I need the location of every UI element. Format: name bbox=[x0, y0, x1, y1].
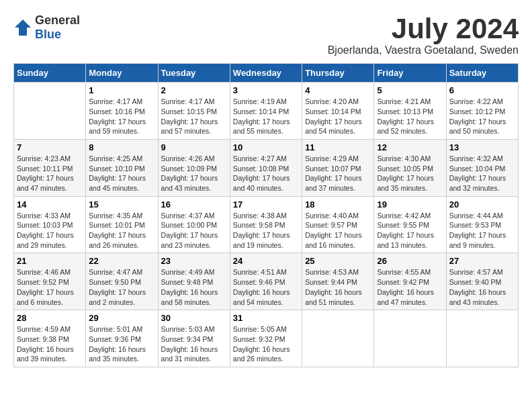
logo-blue: Blue bbox=[35, 28, 61, 41]
day-info: Sunrise: 4:42 AMSunset: 9:55 PMDaylight:… bbox=[377, 211, 443, 250]
day-info: Sunrise: 4:20 AMSunset: 10:14 PMDaylight… bbox=[305, 97, 371, 136]
day-info: Sunrise: 4:29 AMSunset: 10:07 PMDaylight… bbox=[305, 154, 371, 193]
day-number: 3 bbox=[233, 85, 299, 95]
day-info: Sunrise: 4:23 AMSunset: 10:11 PMDaylight… bbox=[17, 154, 83, 193]
day-number: 16 bbox=[161, 199, 227, 210]
calendar-cell: 27Sunrise: 4:57 AMSunset: 9:40 PMDayligh… bbox=[446, 253, 518, 310]
day-info: Sunrise: 4:38 AMSunset: 9:58 PMDaylight:… bbox=[233, 211, 299, 250]
day-info: Sunrise: 4:46 AMSunset: 9:52 PMDaylight:… bbox=[17, 267, 83, 307]
calendar-cell: 10Sunrise: 4:27 AMSunset: 10:08 PMDaylig… bbox=[230, 139, 302, 196]
day-info: Sunrise: 4:49 AMSunset: 9:48 PMDaylight:… bbox=[161, 267, 227, 307]
calendar-cell: 14Sunrise: 4:33 AMSunset: 10:03 PMDaylig… bbox=[14, 196, 86, 253]
calendar-cell: 17Sunrise: 4:38 AMSunset: 9:58 PMDayligh… bbox=[230, 196, 302, 253]
day-info: Sunrise: 4:19 AMSunset: 10:14 PMDaylight… bbox=[233, 97, 299, 136]
week-row-4: 21Sunrise: 4:46 AMSunset: 9:52 PMDayligh… bbox=[14, 253, 519, 310]
day-info: Sunrise: 4:32 AMSunset: 10:04 PMDaylight… bbox=[449, 154, 515, 193]
day-info: Sunrise: 4:35 AMSunset: 10:01 PMDaylight… bbox=[89, 211, 154, 250]
calendar-cell bbox=[374, 310, 446, 367]
calendar-cell: 18Sunrise: 4:40 AMSunset: 9:57 PMDayligh… bbox=[302, 196, 374, 253]
calendar-cell: 5Sunrise: 4:21 AMSunset: 10:13 PMDayligh… bbox=[374, 83, 446, 140]
day-number: 9 bbox=[161, 142, 227, 152]
day-number: 2 bbox=[161, 85, 227, 95]
title-block: July 2024 Bjoerlanda, Vaestra Goetaland,… bbox=[328, 13, 519, 56]
calendar-cell: 26Sunrise: 4:55 AMSunset: 9:42 PMDayligh… bbox=[374, 253, 446, 310]
calendar-cell: 11Sunrise: 4:29 AMSunset: 10:07 PMDaylig… bbox=[302, 139, 374, 196]
calendar-cell: 4Sunrise: 4:20 AMSunset: 10:14 PMDayligh… bbox=[302, 83, 374, 140]
day-number: 6 bbox=[449, 85, 515, 95]
calendar-cell: 3Sunrise: 4:19 AMSunset: 10:14 PMDayligh… bbox=[230, 83, 302, 140]
day-number: 22 bbox=[89, 256, 154, 266]
calendar-cell bbox=[446, 310, 518, 367]
calendar-cell: 1Sunrise: 4:17 AMSunset: 10:16 PMDayligh… bbox=[86, 83, 158, 140]
calendar-cell: 13Sunrise: 4:32 AMSunset: 10:04 PMDaylig… bbox=[446, 139, 518, 196]
calendar-cell: 19Sunrise: 4:42 AMSunset: 9:55 PMDayligh… bbox=[374, 196, 446, 253]
day-number: 24 bbox=[233, 256, 299, 266]
day-number: 18 bbox=[305, 199, 371, 210]
day-info: Sunrise: 4:37 AMSunset: 10:00 PMDaylight… bbox=[161, 211, 227, 250]
day-number: 15 bbox=[89, 199, 154, 210]
day-info: Sunrise: 5:05 AMSunset: 9:32 PMDaylight:… bbox=[233, 324, 299, 364]
header-day-saturday: Saturday bbox=[446, 64, 518, 83]
day-number: 26 bbox=[377, 256, 443, 266]
calendar-cell: 8Sunrise: 4:25 AMSunset: 10:10 PMDayligh… bbox=[86, 139, 158, 196]
calendar-cell: 2Sunrise: 4:17 AMSunset: 10:15 PMDayligh… bbox=[158, 83, 230, 140]
calendar-cell: 21Sunrise: 4:46 AMSunset: 9:52 PMDayligh… bbox=[14, 253, 86, 310]
day-number: 23 bbox=[161, 256, 227, 266]
day-number: 28 bbox=[17, 313, 83, 323]
day-info: Sunrise: 5:01 AMSunset: 9:36 PMDaylight:… bbox=[89, 324, 154, 364]
header-day-friday: Friday bbox=[374, 64, 446, 83]
logo: General Blue bbox=[13, 13, 80, 42]
day-info: Sunrise: 4:30 AMSunset: 10:05 PMDaylight… bbox=[377, 154, 443, 193]
calendar-cell: 12Sunrise: 4:30 AMSunset: 10:05 PMDaylig… bbox=[374, 139, 446, 196]
day-info: Sunrise: 4:53 AMSunset: 9:44 PMDaylight:… bbox=[305, 267, 371, 307]
day-info: Sunrise: 4:17 AMSunset: 10:16 PMDaylight… bbox=[89, 97, 154, 136]
day-info: Sunrise: 4:55 AMSunset: 9:42 PMDaylight:… bbox=[377, 267, 443, 307]
calendar-cell: 7Sunrise: 4:23 AMSunset: 10:11 PMDayligh… bbox=[14, 139, 86, 196]
calendar-cell: 15Sunrise: 4:35 AMSunset: 10:01 PMDaylig… bbox=[86, 196, 158, 253]
day-number: 13 bbox=[449, 142, 515, 152]
day-number: 20 bbox=[449, 199, 515, 210]
calendar-cell: 16Sunrise: 4:37 AMSunset: 10:00 PMDaylig… bbox=[158, 196, 230, 253]
day-info: Sunrise: 4:47 AMSunset: 9:50 PMDaylight:… bbox=[89, 267, 154, 307]
day-info: Sunrise: 4:59 AMSunset: 9:38 PMDaylight:… bbox=[17, 324, 83, 364]
week-row-2: 7Sunrise: 4:23 AMSunset: 10:11 PMDayligh… bbox=[14, 139, 519, 196]
header-day-wednesday: Wednesday bbox=[230, 64, 302, 83]
svg-marker-0 bbox=[15, 19, 31, 36]
logo-general: General bbox=[35, 13, 80, 27]
day-number: 11 bbox=[305, 142, 371, 152]
calendar-cell: 22Sunrise: 4:47 AMSunset: 9:50 PMDayligh… bbox=[86, 253, 158, 310]
day-number: 4 bbox=[305, 85, 371, 95]
day-number: 17 bbox=[233, 199, 299, 210]
day-info: Sunrise: 4:21 AMSunset: 10:13 PMDaylight… bbox=[377, 97, 443, 136]
day-info: Sunrise: 5:03 AMSunset: 9:34 PMDaylight:… bbox=[161, 324, 227, 364]
day-number: 25 bbox=[305, 256, 371, 266]
calendar-table: SundayMondayTuesdayWednesdayThursdayFrid… bbox=[13, 63, 519, 367]
day-number: 5 bbox=[377, 85, 443, 95]
calendar-cell: 28Sunrise: 4:59 AMSunset: 9:38 PMDayligh… bbox=[14, 310, 86, 367]
calendar-cell: 30Sunrise: 5:03 AMSunset: 9:34 PMDayligh… bbox=[158, 310, 230, 367]
calendar-cell: 25Sunrise: 4:53 AMSunset: 9:44 PMDayligh… bbox=[302, 253, 374, 310]
day-number: 14 bbox=[17, 199, 83, 210]
calendar-cell: 29Sunrise: 5:01 AMSunset: 9:36 PMDayligh… bbox=[86, 310, 158, 367]
day-number: 21 bbox=[17, 256, 83, 266]
calendar-cell: 20Sunrise: 4:44 AMSunset: 9:53 PMDayligh… bbox=[446, 196, 518, 253]
location-title: Bjoerlanda, Vaestra Goetaland, Sweden bbox=[328, 44, 519, 56]
week-row-3: 14Sunrise: 4:33 AMSunset: 10:03 PMDaylig… bbox=[14, 196, 519, 253]
day-info: Sunrise: 4:26 AMSunset: 10:09 PMDaylight… bbox=[161, 154, 227, 193]
calendar-header: SundayMondayTuesdayWednesdayThursdayFrid… bbox=[14, 64, 519, 83]
day-info: Sunrise: 4:27 AMSunset: 10:08 PMDaylight… bbox=[233, 154, 299, 193]
day-number: 31 bbox=[233, 313, 299, 323]
day-info: Sunrise: 4:22 AMSunset: 10:12 PMDaylight… bbox=[449, 97, 515, 136]
page-header: General Blue July 2024 Bjoerlanda, Vaest… bbox=[13, 13, 519, 56]
day-number: 1 bbox=[89, 85, 154, 95]
calendar-cell bbox=[14, 83, 86, 140]
day-number: 8 bbox=[89, 142, 154, 152]
day-info: Sunrise: 4:40 AMSunset: 9:57 PMDaylight:… bbox=[305, 211, 371, 250]
logo-text: General Blue bbox=[35, 13, 80, 42]
header-day-thursday: Thursday bbox=[302, 64, 374, 83]
day-info: Sunrise: 4:33 AMSunset: 10:03 PMDaylight… bbox=[17, 211, 83, 250]
month-title: July 2024 bbox=[328, 13, 519, 44]
week-row-5: 28Sunrise: 4:59 AMSunset: 9:38 PMDayligh… bbox=[14, 310, 519, 367]
day-number: 7 bbox=[17, 142, 83, 152]
calendar-cell: 24Sunrise: 4:51 AMSunset: 9:46 PMDayligh… bbox=[230, 253, 302, 310]
